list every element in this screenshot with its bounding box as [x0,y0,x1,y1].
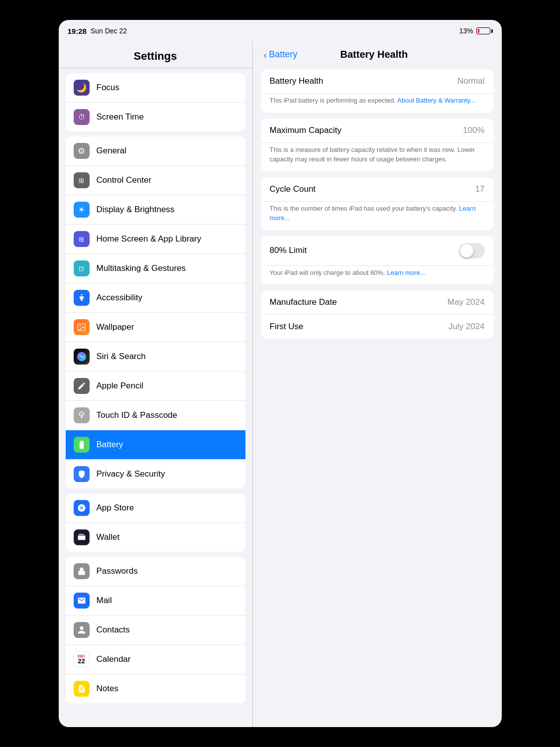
back-chevron-icon: ‹ [264,50,267,60]
status-right: 13% [459,27,492,35]
status-bar: 19:28 Sun Dec 22 13% [59,20,502,42]
battery-health-row: Battery Health Normal [261,69,494,94]
limit-row: 80% Limit [261,236,494,266]
cycle-count-row: Cycle Count 17 [261,177,494,202]
battery-label: Battery [97,440,123,450]
max-capacity-label: Maximum Capacity [270,125,342,135]
battery-warranty-link[interactable]: About Battery & Warranty... [397,97,475,104]
sidebar-section-apps: App Store Wallet [66,494,245,552]
status-date: Sun Dec 22 [91,27,127,35]
device-frame: 19:28 Sun Dec 22 13% Settings � [59,20,502,727]
svg-point-2 [80,325,81,326]
sidebar-item-wallet[interactable]: Wallet [66,523,245,552]
sidebar-item-multitask[interactable]: ⊡ Multitasking & Gestures [66,254,245,283]
appstore-icon [74,500,90,516]
homescreen-label: Home Screen & App Library [97,234,202,244]
sidebar-item-appstore[interactable]: App Store [66,494,245,523]
first-use-label: First Use [270,322,304,332]
sidebar-item-wallpaper[interactable]: Wallpaper [66,313,245,342]
cycle-count-label: Cycle Count [270,184,316,194]
general-icon: ⚙ [74,143,90,159]
notes-label: Notes [97,684,118,694]
max-capacity-card: Maximum Capacity 100% This is a measure … [261,119,494,171]
contacts-icon [74,622,90,638]
passwords-icon [74,563,90,579]
contacts-label: Contacts [97,625,130,635]
max-capacity-row: Maximum Capacity 100% [261,119,494,143]
back-button[interactable]: ‹ Battery [264,49,298,60]
sidebar-section-general: ⚙ General ⊞ Control Center ☀ Display & B… [66,136,245,489]
battery-percentage: 13% [459,27,473,35]
limit-description: Your iPad will only charge to about 80%.… [261,266,494,285]
battery-health-value: Normal [457,76,485,86]
sidebar-item-control[interactable]: ⊞ Control Center [66,166,245,195]
sidebar-item-siri[interactable]: Siri & Search [66,342,245,372]
sidebar-item-mail[interactable]: Mail [66,586,245,616]
page-title: Battery Health [340,49,408,60]
screentime-label: Screen Time [97,112,144,122]
sidebar-item-focus[interactable]: 🌙 Focus [66,73,245,103]
wallpaper-icon [74,319,90,335]
calendar-icon: DEC 22 [74,651,90,667]
multitask-icon: ⊡ [74,260,90,276]
svg-point-0 [81,294,82,296]
accessibility-label: Accessibility [97,293,143,303]
sidebar-scroll[interactable]: 🌙 Focus ⏱ Screen Time ⚙ General ⊞ [59,68,252,727]
battery-body [476,27,490,34]
sidebar-item-applepencil[interactable]: Apple Pencil [66,372,245,401]
battery-health-label: Battery Health [270,76,324,86]
privacy-icon [74,466,90,482]
sidebar-item-calendar[interactable]: DEC 22 Calendar [66,645,245,674]
main-header: ‹ Battery Battery Health [253,42,502,64]
passwords-label: Passwords [97,566,138,576]
privacy-label: Privacy & Security [97,469,165,479]
main-content: ‹ Battery Battery Health Battery Health … [253,42,502,727]
sidebar-item-privacy[interactable]: Privacy & Security [66,460,245,489]
touchid-label: Touch ID & Passcode [97,410,178,420]
wallet-label: Wallet [97,532,120,542]
accessibility-icon [74,290,90,306]
touchid-icon [74,407,90,423]
limit-toggle[interactable] [459,243,485,258]
battery-fill [478,29,479,33]
battery-health-card: Battery Health Normal This iPad battery … [261,69,494,113]
battery-health-description: This iPad battery is performing as expec… [261,94,494,113]
manufacture-date-label: Manufacture Date [270,297,337,307]
cycle-count-value: 17 [475,184,485,194]
applepencil-icon [74,378,90,394]
manufacture-card: Manufacture Date May 2024 First Use July… [261,290,494,339]
display-label: Display & Brightness [97,205,175,215]
limit-label: 80% Limit [270,246,307,255]
sidebar-item-screentime[interactable]: ⏱ Screen Time [66,103,245,131]
display-icon: ☀ [74,202,90,218]
screentime-icon: ⏱ [74,109,90,125]
control-icon: ⊞ [74,172,90,188]
sidebar-item-passwords[interactable]: Passwords [66,557,245,586]
sidebar-item-notes[interactable]: Notes [66,674,245,703]
content-sections: Battery Health Normal This iPad battery … [253,64,502,344]
mail-label: Mail [97,596,112,606]
sidebar-item-general[interactable]: ⚙ General [66,136,245,166]
sidebar-item-accessibility[interactable]: Accessibility [66,283,245,313]
limit-learn-more-link[interactable]: Learn more... [387,269,425,276]
sidebar-item-contacts[interactable]: Contacts [66,616,245,645]
sidebar: Settings 🌙 Focus ⏱ Screen Time [59,42,253,727]
battery-sidebar-icon [74,437,90,453]
cycle-learn-more-link[interactable]: Learn more... [270,205,476,222]
app-area: Settings 🌙 Focus ⏱ Screen Time [59,42,502,727]
sidebar-title: Settings [69,50,242,63]
sidebar-header: Settings [59,42,252,68]
sidebar-item-touchid[interactable]: Touch ID & Passcode [66,401,245,430]
sidebar-item-battery[interactable]: Battery [66,430,245,460]
manufacture-date-row: Manufacture Date May 2024 [261,290,494,315]
wallet-icon [74,529,90,545]
back-label: Battery [269,49,297,60]
mail-icon [74,593,90,609]
homescreen-icon: ⊞ [74,231,90,247]
first-use-row: First Use July 2024 [261,315,494,339]
wallpaper-label: Wallpaper [97,322,134,332]
notes-icon [74,681,90,697]
sidebar-item-homescreen[interactable]: ⊞ Home Screen & App Library [66,225,245,254]
multitask-label: Multitasking & Gestures [97,263,186,273]
sidebar-item-display[interactable]: ☀ Display & Brightness [66,195,245,225]
